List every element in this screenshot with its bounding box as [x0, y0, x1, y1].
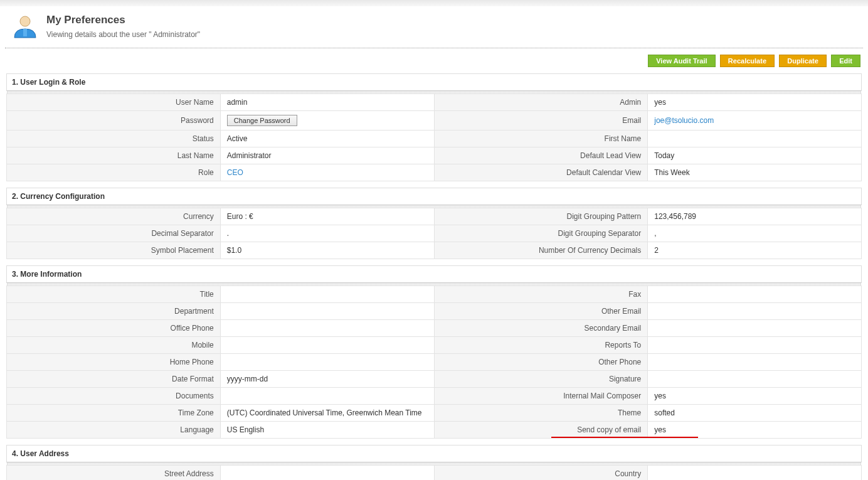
- label-title: Title: [7, 286, 221, 303]
- label-theme: Theme: [434, 405, 648, 422]
- value-language: US English: [220, 422, 434, 439]
- label-sendcopy: Send copy of email: [434, 422, 648, 439]
- svg-point-0: [20, 16, 30, 26]
- label-street: Street Address: [7, 466, 221, 481]
- value-groupsep: ,: [648, 225, 862, 242]
- value-otheremail: [648, 303, 862, 320]
- value-leadview: Today: [648, 147, 862, 164]
- value-digitgroup: 123,456,789: [648, 208, 862, 225]
- label-symbol: Symbol Placement: [7, 242, 221, 259]
- section-header: 2. Currency Configuration: [6, 188, 862, 205]
- value-calview: This Week: [648, 164, 862, 181]
- section-more-information: 3. More Information Title Fax Department…: [6, 265, 862, 439]
- section-header: 4. User Address: [6, 445, 862, 462]
- value-street: [220, 466, 434, 481]
- duplicate-button[interactable]: Duplicate: [779, 55, 827, 67]
- section-header: 3. More Information: [6, 265, 862, 283]
- label-digitgroup: Digit Grouping Pattern: [434, 208, 648, 225]
- currency-table: Currency Euro : € Digit Grouping Pattern…: [6, 208, 862, 259]
- label-homephone: Home Phone: [7, 354, 221, 371]
- edit-button[interactable]: Edit: [831, 55, 860, 67]
- value-lastname: Administrator: [220, 147, 434, 164]
- page-header: My Preferences Viewing details about the…: [0, 6, 868, 48]
- value-documents: [220, 388, 434, 405]
- label-currency: Currency: [7, 208, 221, 225]
- label-status: Status: [7, 131, 221, 147]
- value-sendcopy: yes: [648, 422, 862, 439]
- value-dateformat: yyyy-mm-dd: [220, 371, 434, 388]
- label-groupsep: Digit Grouping Separator: [434, 225, 648, 242]
- label-dateformat: Date Format: [7, 371, 221, 388]
- value-email: joe@tsolucio.com: [648, 111, 862, 131]
- section-header: 1. User Login & Role: [6, 73, 862, 91]
- label-documents: Documents: [7, 388, 221, 405]
- label-mobile: Mobile: [7, 337, 221, 354]
- label-lastname: Last Name: [7, 147, 221, 164]
- value-timezone: (UTC) Coordinated Universal Time, Greenw…: [220, 405, 434, 422]
- svg-rect-1: [23, 29, 27, 36]
- value-secondaryemail: [648, 320, 862, 337]
- value-symbol: $1.0: [220, 242, 434, 259]
- label-officephone: Office Phone: [7, 320, 221, 337]
- label-password: Password: [7, 111, 221, 131]
- label-timezone: Time Zone: [7, 405, 221, 422]
- value-password: Change Password: [220, 111, 434, 131]
- value-status: Active: [220, 131, 434, 147]
- value-currency: Euro : €: [220, 208, 434, 225]
- section-user-login-role: 1. User Login & Role User Name admin Adm…: [6, 73, 862, 181]
- label-fax: Fax: [434, 286, 648, 303]
- action-bar: View Audit Trail Recalculate Duplicate E…: [0, 48, 868, 71]
- email-link[interactable]: joe@tsolucio.com: [654, 116, 714, 125]
- label-department: Department: [7, 303, 221, 320]
- value-mailcomposer: yes: [648, 388, 862, 405]
- user-profile-icon: [11, 13, 39, 40]
- page-title: My Preferences: [46, 14, 200, 26]
- value-title: [220, 286, 434, 303]
- role-link[interactable]: CEO: [227, 168, 243, 177]
- page-subtitle: Viewing details about the user " Adminis…: [46, 30, 200, 39]
- value-role: CEO: [220, 164, 434, 181]
- label-signature: Signature: [434, 371, 648, 388]
- value-decimal: .: [220, 225, 434, 242]
- value-otherphone: [648, 354, 862, 371]
- value-decimals: 2: [648, 242, 862, 259]
- value-signature: [648, 371, 862, 388]
- value-mobile: [220, 337, 434, 354]
- change-password-button[interactable]: Change Password: [227, 115, 297, 126]
- label-otheremail: Other Email: [434, 303, 648, 320]
- value-firstname: [648, 131, 862, 147]
- label-username: User Name: [7, 94, 221, 111]
- label-otherphone: Other Phone: [434, 354, 648, 371]
- label-admin: Admin: [434, 94, 648, 111]
- label-decimal: Decimal Separator: [7, 225, 221, 242]
- section-user-address: 4. User Address Street Address Country: [6, 445, 862, 480]
- label-role: Role: [7, 164, 221, 181]
- label-calview: Default Calendar View: [434, 164, 648, 181]
- label-email: Email: [434, 111, 648, 131]
- value-theme: softed: [648, 405, 862, 422]
- value-admin: yes: [648, 94, 862, 111]
- section-currency-config: 2. Currency Configuration Currency Euro …: [6, 188, 862, 259]
- value-officephone: [220, 320, 434, 337]
- top-gradient: [0, 0, 868, 6]
- label-mailcomposer: Internal Mail Composer: [434, 388, 648, 405]
- value-fax: [648, 286, 862, 303]
- value-username: admin: [220, 94, 434, 111]
- label-language: Language: [7, 422, 221, 439]
- value-country: [648, 466, 862, 481]
- label-country: Country: [434, 466, 648, 481]
- label-secondaryemail: Secondary Email: [434, 320, 648, 337]
- value-department: [220, 303, 434, 320]
- more-info-table: Title Fax Department Other Email Office …: [6, 285, 862, 439]
- label-reportsto: Reports To: [434, 337, 648, 354]
- recalculate-button[interactable]: Recalculate: [720, 55, 775, 67]
- value-homephone: [220, 354, 434, 371]
- value-reportsto: [648, 337, 862, 354]
- login-table: User Name admin Admin yes Password Chang…: [6, 93, 862, 181]
- label-leadview: Default Lead View: [434, 147, 648, 164]
- label-decimals: Number Of Currency Decimals: [434, 242, 648, 259]
- address-table: Street Address Country: [6, 465, 862, 480]
- label-firstname: First Name: [434, 131, 648, 147]
- view-audit-trail-button[interactable]: View Audit Trail: [648, 55, 715, 67]
